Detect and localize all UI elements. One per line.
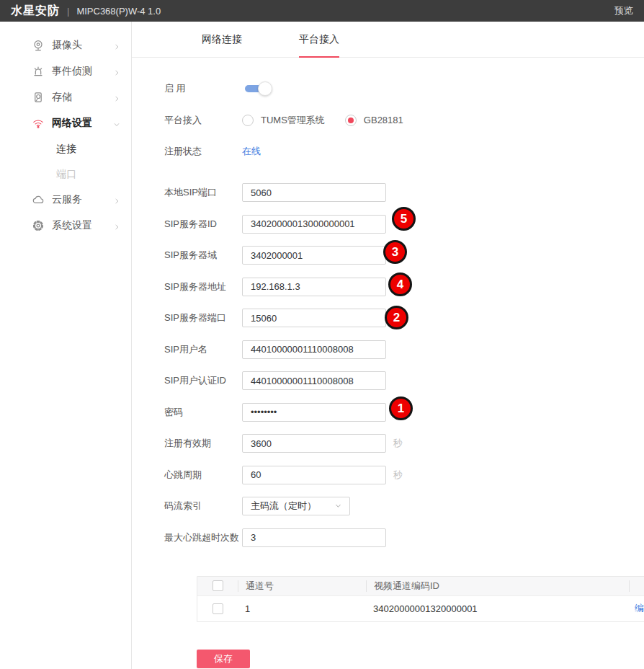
sidebar-item-label: 事件侦测 [52, 65, 92, 78]
cloud-icon [32, 193, 45, 206]
platform-type-row: 平台接入 TUMS管理系统GB28181 [164, 111, 644, 130]
sidebar: 摄像头事件侦测存储网络设置连接端口云服务系统设置 [0, 22, 132, 669]
sidebar-item-network[interactable]: 网络设置 [0, 110, 131, 136]
sip-user-auth-id-row: SIP用户认证ID [164, 371, 644, 390]
chevron-down-icon [334, 501, 342, 512]
sidebar-item-label: 网络设置 [52, 117, 92, 130]
sidebar-item-label: 存储 [52, 91, 72, 104]
chevron-right-icon [112, 195, 121, 204]
sip-server-id-input[interactable] [242, 215, 386, 234]
sip-server-address-label: SIP服务器地址 [164, 280, 242, 293]
password-row: 密码 [164, 403, 644, 422]
cell-video-id: 34020000001320000001 [366, 603, 629, 614]
enable-label: 启 用 [164, 82, 242, 95]
sidebar-item-cloud[interactable]: 云服务 [0, 187, 131, 213]
stream-index-label: 码流索引 [164, 500, 242, 513]
brand-separator: | [67, 6, 69, 17]
enable-toggle[interactable] [245, 85, 267, 92]
sip-username-input[interactable] [242, 340, 386, 359]
tab-bar: 网络连接平台接入 [132, 22, 644, 58]
local-sip-port-input[interactable] [242, 183, 386, 202]
sip-server-domain-input[interactable] [242, 246, 386, 265]
sidebar-item-label: 云服务 [52, 193, 82, 206]
sidebar-item-storage[interactable]: 存储 [0, 84, 131, 110]
tab-network-connection[interactable]: 网络连接 [186, 22, 258, 57]
register-validity-input[interactable] [242, 434, 386, 453]
sidebar-item-camera[interactable]: 摄像头 [0, 32, 131, 58]
local-sip-port-row: 本地SIP端口 [164, 183, 644, 202]
sidebar-subitem-port[interactable]: 端口 [0, 161, 131, 187]
chevron-down-icon [112, 119, 121, 128]
camera-icon [32, 39, 45, 52]
local-sip-port-label: 本地SIP端口 [164, 186, 242, 199]
sip-server-id-label: SIP服务器ID [164, 218, 242, 231]
heartbeat-period-input[interactable] [242, 466, 386, 484]
stream-index-row: 码流索引主码流（定时） [164, 497, 644, 515]
sip-server-id-row: SIP服务器ID [164, 215, 644, 234]
tab-platform-access[interactable]: 平台接入 [283, 22, 355, 57]
sip-server-address-input[interactable] [242, 278, 386, 296]
register-validity-label: 注册有效期 [164, 437, 242, 450]
enable-row: 启 用 [164, 79, 644, 98]
stream-index-select[interactable]: 主码流（定时） [242, 497, 350, 515]
sip-username-label: SIP用户名 [164, 343, 242, 356]
register-validity-row: 注册有效期秒 [164, 434, 644, 453]
sip-server-port-input[interactable] [242, 309, 386, 327]
wifi-icon [32, 117, 45, 130]
sip-user-auth-id-input[interactable] [242, 371, 386, 390]
register-status-value[interactable]: 在线 [242, 145, 261, 158]
heartbeat-period-label: 心跳周期 [164, 469, 242, 482]
channel-table: 通道号视频通道编码ID134020000001320000001编辑 [197, 576, 644, 622]
radio-option-tums[interactable]: TUMS管理系统 [242, 114, 325, 127]
device-model: MIPC368(P)W-4 1.0 [76, 6, 161, 17]
max-heartbeat-timeout-input[interactable] [242, 528, 386, 547]
table-row: 134020000001320000001编辑 [197, 595, 644, 621]
sip-server-port-row: SIP服务器端口 [164, 309, 644, 327]
row-checkbox[interactable] [213, 603, 223, 614]
chevron-right-icon [112, 41, 121, 50]
header-video-id: 视频通道编码ID [366, 580, 629, 592]
brand-logo: 水星安防 [11, 4, 60, 19]
radio-label: TUMS管理系统 [261, 114, 325, 127]
sidebar-item-event[interactable]: 事件侦测 [0, 58, 131, 84]
heartbeat-period-row: 心跳周期秒 [164, 466, 644, 484]
heartbeat-period-unit: 秒 [393, 469, 403, 482]
stream-index-value: 主码流（定时） [251, 500, 316, 513]
sip-server-address-row: SIP服务器地址 [164, 278, 644, 296]
chevron-right-icon [112, 221, 121, 230]
sip-user-auth-id-label: SIP用户认证ID [164, 374, 242, 387]
password-input[interactable] [242, 403, 386, 422]
top-bar: 水星安防 | MIPC368(P)W-4 1.0 预览 [0, 0, 644, 22]
max-heartbeat-timeout-label: 最大心跳超时次数 [164, 531, 242, 544]
select-all-checkbox[interactable] [213, 580, 223, 591]
header-channel: 通道号 [238, 580, 366, 592]
sip-server-port-label: SIP服务器端口 [164, 311, 242, 324]
sip-username-row: SIP用户名 [164, 340, 644, 359]
main-content: 网络连接平台接入 启 用 平台接入 TUMS管理系统GB28181 注册状态 在… [132, 22, 644, 669]
table-header-row: 通道号视频通道编码ID [197, 577, 644, 595]
gear-icon [32, 219, 45, 232]
max-heartbeat-timeout-row: 最大心跳超时次数 [164, 528, 644, 547]
save-button[interactable]: 保存 [197, 650, 250, 668]
toggle-knob-icon [258, 81, 272, 96]
edit-link[interactable]: 编辑 [635, 603, 644, 613]
sidebar-item-system[interactable]: 系统设置 [0, 213, 131, 239]
alarm-icon [32, 65, 45, 78]
cell-channel: 1 [238, 603, 366, 614]
radio-unselected-icon [242, 115, 254, 126]
platform-type-label: 平台接入 [164, 114, 242, 127]
sip-server-domain-row: SIP服务器域 [164, 246, 644, 265]
preview-link[interactable]: 预览 [614, 4, 633, 17]
sidebar-item-label: 系统设置 [52, 219, 92, 232]
chevron-right-icon [112, 93, 121, 102]
radio-option-gb28181[interactable]: GB28181 [345, 115, 403, 126]
camera-admin-page: 水星安防 | MIPC368(P)W-4 1.0 预览 摄像头事件侦测存储网络设… [0, 0, 644, 669]
storage-icon [32, 91, 45, 104]
register-validity-unit: 秒 [393, 437, 403, 450]
password-label: 密码 [164, 406, 242, 419]
register-status-label: 注册状态 [164, 145, 242, 158]
sip-server-domain-label: SIP服务器域 [164, 249, 242, 262]
radio-selected-icon [345, 115, 357, 126]
radio-label: GB28181 [364, 115, 403, 125]
sidebar-subitem-connection[interactable]: 连接 [0, 136, 131, 161]
